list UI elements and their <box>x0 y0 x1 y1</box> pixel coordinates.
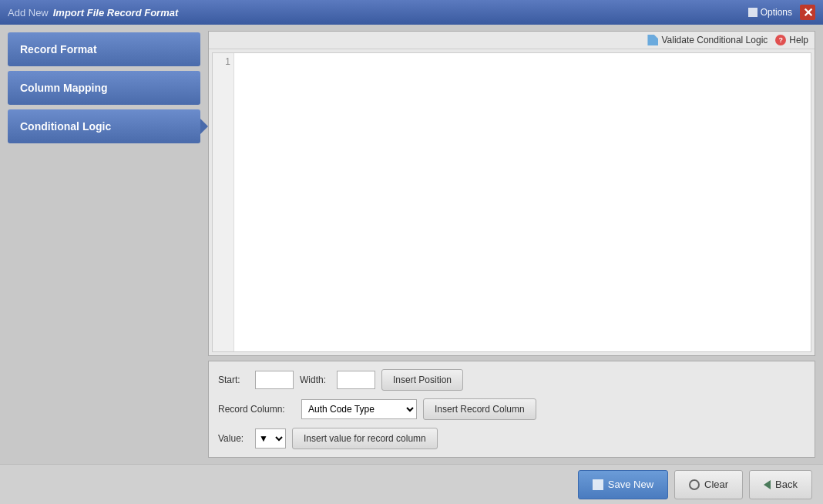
content-area: Validate Conditional Logic ? Help 1 Star… <box>208 25 823 464</box>
clear-icon <box>689 479 700 490</box>
record-column-row: Record Column: Auth Code Type Account Nu… <box>218 398 805 420</box>
main-container: Record Format Column Mapping Conditional… <box>0 25 823 464</box>
title-main: Import File Record Format <box>53 7 179 18</box>
controls-section: Start: Width: Insert Position Record Col… <box>208 361 815 458</box>
editor-panel: Validate Conditional Logic ? Help 1 <box>208 31 815 356</box>
options-button[interactable]: Options <box>748 7 792 18</box>
clear-button[interactable]: Clear <box>674 470 743 499</box>
clear-label: Clear <box>704 479 728 490</box>
insert-record-column-button[interactable]: Insert Record Column <box>423 398 536 420</box>
sidebar-item-column-mapping[interactable]: Column Mapping <box>8 71 200 105</box>
start-input[interactable] <box>255 371 294 389</box>
footer: Save New Clear Back <box>0 464 823 504</box>
validate-icon <box>647 35 658 45</box>
sidebar-item-conditional-logic[interactable]: Conditional Logic <box>8 109 200 143</box>
back-button[interactable]: Back <box>749 470 812 499</box>
back-label: Back <box>775 479 798 490</box>
options-label: Options <box>761 7 792 18</box>
help-icon: ? <box>775 35 786 45</box>
title-bar-left: Add New Import File Record Format <box>8 7 178 18</box>
value-select[interactable]: ▼ <box>255 428 286 449</box>
value-label: Value: <box>218 433 249 444</box>
line-numbers: 1 <box>213 53 234 351</box>
validate-button[interactable]: Validate Conditional Logic <box>647 35 768 45</box>
record-column-select[interactable]: Auth Code Type Account Number Amount Cur… <box>301 399 417 419</box>
save-new-button[interactable]: Save New <box>578 470 668 499</box>
sidebar-item-record-format[interactable]: Record Format <box>8 32 200 66</box>
title-prefix: Add New <box>8 7 49 18</box>
insert-value-button[interactable]: Insert value for record column <box>292 428 438 449</box>
validate-label: Validate Conditional Logic <box>661 35 768 45</box>
title-bar-right: Options ✕ <box>748 5 815 20</box>
start-width-row: Start: Width: Insert Position <box>218 369 805 391</box>
sidebar: Record Format Column Mapping Conditional… <box>0 25 208 464</box>
width-label: Width: <box>300 375 331 385</box>
grid-icon <box>748 8 757 17</box>
editor-toolbar: Validate Conditional Logic ? Help <box>209 32 815 49</box>
close-button[interactable]: ✕ <box>800 5 815 20</box>
insert-position-button[interactable]: Insert Position <box>381 369 463 391</box>
help-button[interactable]: ? Help <box>775 35 808 45</box>
title-bar: Add New Import File Record Format Option… <box>0 0 823 25</box>
editor-textarea[interactable] <box>234 53 811 351</box>
value-row: Value: ▼ Insert value for record column <box>218 428 805 449</box>
help-label: Help <box>789 35 808 45</box>
width-input[interactable] <box>337 371 375 389</box>
start-label: Start: <box>218 375 249 385</box>
save-icon <box>593 479 603 490</box>
record-column-label: Record Column: <box>218 404 295 415</box>
editor-body: 1 <box>212 52 811 352</box>
back-icon <box>764 480 771 489</box>
save-new-label: Save New <box>608 479 653 490</box>
